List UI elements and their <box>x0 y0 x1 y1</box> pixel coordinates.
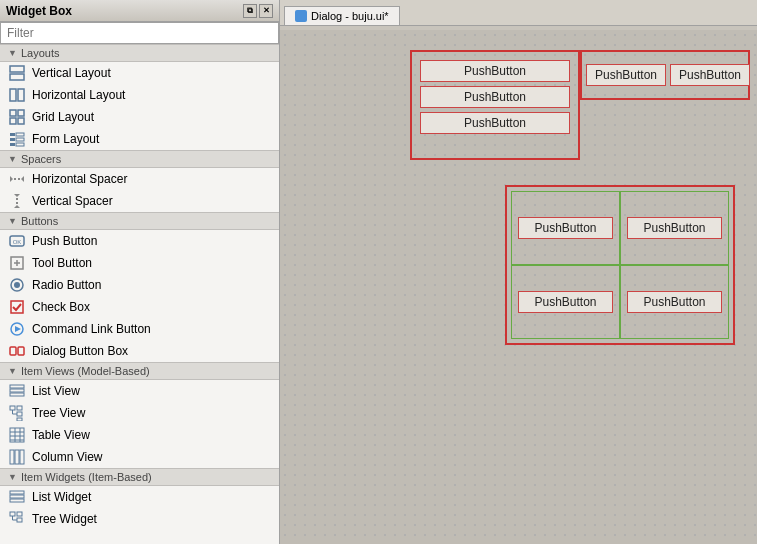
svg-rect-3 <box>18 89 24 101</box>
sidebar-item-label: Grid Layout <box>32 110 94 124</box>
sidebar-item-label: Table View <box>32 428 90 442</box>
sidebar-item-vertical-spacer[interactable]: Vertical Spacer <box>0 190 279 212</box>
category-item-views[interactable]: ▼ Item Views (Model-Based) <box>0 362 279 380</box>
dialog-tab[interactable]: Dialog - buju.ui* <box>284 6 400 25</box>
sidebar-item-grid-layout[interactable]: Grid Layout <box>0 106 279 128</box>
grid-pushbutton-4[interactable]: PushButton <box>627 291 722 313</box>
tableview-icon <box>8 426 26 444</box>
sidebar-item-horizontal-layout[interactable]: Horizontal Layout <box>0 84 279 106</box>
svg-rect-35 <box>10 406 15 410</box>
svg-marker-15 <box>10 176 13 182</box>
svg-rect-36 <box>17 406 22 410</box>
svg-rect-11 <box>16 138 24 141</box>
svg-rect-54 <box>17 512 22 516</box>
category-arrow: ▼ <box>8 366 17 376</box>
svg-rect-4 <box>10 110 16 116</box>
radiobtn-icon <box>8 276 26 294</box>
svg-rect-5 <box>18 110 24 116</box>
svg-rect-30 <box>10 347 16 355</box>
svg-marker-29 <box>15 326 21 332</box>
category-layouts[interactable]: ▼ Layouts <box>0 44 279 62</box>
svg-rect-9 <box>16 133 24 136</box>
grid-pushbutton-1[interactable]: PushButton <box>518 217 613 239</box>
sidebar-item-tool-button[interactable]: Tool Button <box>0 252 279 274</box>
svg-rect-7 <box>18 118 24 124</box>
category-item-widgets[interactable]: ▼ Item Widgets (Item-Based) <box>0 468 279 486</box>
sidebar-item-list-widget[interactable]: List Widget <box>0 486 279 508</box>
svg-rect-49 <box>20 450 24 464</box>
category-buttons[interactable]: ▼ Buttons <box>0 212 279 230</box>
form-layout-container: PushButton PushButton PushButton <box>410 50 580 160</box>
sidebar-item-list-view[interactable]: List View <box>0 380 279 402</box>
svg-rect-52 <box>10 499 24 502</box>
sidebar-item-form-layout[interactable]: Form Layout <box>0 128 279 150</box>
svg-rect-53 <box>10 512 15 516</box>
toolbtn-icon <box>8 254 26 272</box>
svg-rect-8 <box>10 133 15 136</box>
h-pushbutton-2[interactable]: PushButton <box>670 64 750 86</box>
sidebar-item-label: Radio Button <box>32 278 101 292</box>
h-pushbutton-1[interactable]: PushButton <box>586 64 666 86</box>
category-arrow: ▼ <box>8 154 17 164</box>
sidebar-item-dialog-button-box[interactable]: Dialog Button Box <box>0 340 279 362</box>
hbox-icon <box>8 86 26 104</box>
form-pushbutton-1[interactable]: PushButton <box>420 60 570 82</box>
listview-icon <box>8 382 26 400</box>
grid-pushbutton-2[interactable]: PushButton <box>627 217 722 239</box>
sidebar-item-command-link-button[interactable]: Command Link Button <box>0 318 279 340</box>
form-pushbutton-3[interactable]: PushButton <box>420 112 570 134</box>
svg-rect-31 <box>18 347 24 355</box>
svg-rect-2 <box>10 89 16 101</box>
dialog-canvas[interactable]: PushButton PushButton PushButton PushBut… <box>280 30 757 544</box>
sidebar-item-check-box[interactable]: Check Box <box>0 296 279 318</box>
vspacer-icon <box>8 192 26 210</box>
sidebar-item-push-button[interactable]: OK Push Button <box>0 230 279 252</box>
sidebar-item-vertical-layout[interactable]: Vertical Layout <box>0 62 279 84</box>
category-label: Layouts <box>21 47 60 59</box>
svg-rect-37 <box>17 412 22 416</box>
category-spacers[interactable]: ▼ Spacers <box>0 150 279 168</box>
sidebar-item-tree-widget[interactable]: Tree Widget <box>0 508 279 530</box>
sidebar-item-label: Command Link Button <box>32 322 151 336</box>
category-label: Buttons <box>21 215 58 227</box>
sidebar-item-radio-button[interactable]: Radio Button <box>0 274 279 296</box>
sidebar-item-label: Check Box <box>32 300 90 314</box>
sidebar-item-label: Horizontal Layout <box>32 88 125 102</box>
svg-point-26 <box>14 282 20 288</box>
form-pushbutton-2[interactable]: PushButton <box>420 86 570 108</box>
category-label: Item Widgets (Item-Based) <box>21 471 152 483</box>
svg-marker-19 <box>14 205 20 208</box>
category-label: Item Views (Model-Based) <box>21 365 150 377</box>
listwidget-icon <box>8 488 26 506</box>
svg-marker-18 <box>14 194 20 197</box>
widget-box-close-btn[interactable]: ✕ <box>259 4 273 18</box>
dialogbtnbox-icon <box>8 342 26 360</box>
sidebar-item-label: Column View <box>32 450 102 464</box>
vbox-icon <box>8 64 26 82</box>
h-layout-container: PushButton PushButton <box>580 50 750 100</box>
sidebar-item-label: List View <box>32 384 80 398</box>
svg-rect-27 <box>11 301 23 313</box>
sidebar-item-tree-view[interactable]: Tree View <box>0 402 279 424</box>
sidebar-item-label: Vertical Spacer <box>32 194 113 208</box>
svg-rect-55 <box>17 518 22 522</box>
treeview-icon <box>8 404 26 422</box>
grid-pushbutton-3[interactable]: PushButton <box>518 291 613 313</box>
svg-rect-38 <box>17 418 22 421</box>
category-label: Spacers <box>21 153 61 165</box>
filter-input[interactable] <box>0 22 279 44</box>
sidebar-item-horizontal-spacer[interactable]: Horizontal Spacer <box>0 168 279 190</box>
sidebar-item-label: Vertical Layout <box>32 66 111 80</box>
sidebar-item-table-view[interactable]: Table View <box>0 424 279 446</box>
dialog-area: Dialog - buju.ui* PushButton PushButton … <box>280 0 757 544</box>
sidebar-item-label: Tree View <box>32 406 85 420</box>
sidebar-item-column-view[interactable]: Column View <box>0 446 279 468</box>
checkbox-icon <box>8 298 26 316</box>
svg-rect-48 <box>15 450 19 464</box>
qt-icon <box>295 10 307 22</box>
svg-rect-33 <box>10 389 24 392</box>
sidebar-item-label: Horizontal Spacer <box>32 172 127 186</box>
svg-rect-32 <box>10 385 24 388</box>
widget-box-float-btn[interactable]: ⧉ <box>243 4 257 18</box>
widget-list: ▼ Layouts Vertical Layout <box>0 44 279 544</box>
